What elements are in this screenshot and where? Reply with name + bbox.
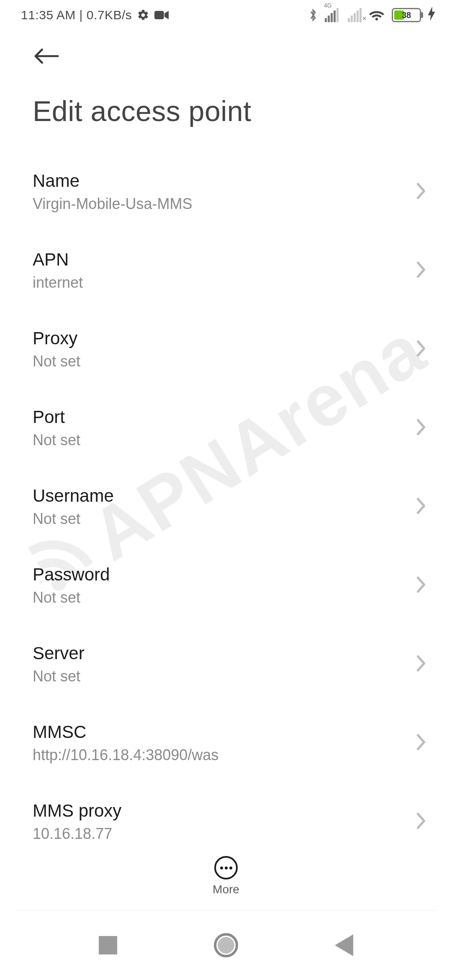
wifi-icon <box>368 8 385 22</box>
content-area: Edit access point APNArena Name Virgin-M… <box>0 30 452 854</box>
row-label: Username <box>33 486 114 506</box>
row-proxy[interactable]: Proxy Not set <box>33 310 431 389</box>
row-value: Virgin-Mobile-Usa-MMS <box>33 195 192 213</box>
chevron-right-icon <box>415 497 427 517</box>
row-label: Server <box>33 643 85 663</box>
row-value: Not set <box>33 589 110 606</box>
nav-back-icon[interactable] <box>335 934 353 956</box>
signal-2-icon: × <box>348 8 362 22</box>
row-password[interactable]: Password Not set <box>33 546 431 625</box>
row-value: http://10.16.18.4:38090/was <box>33 746 218 764</box>
signal-tech-label: 4G <box>324 2 332 9</box>
more-icon <box>214 856 238 879</box>
status-right: 4G × 38 <box>308 7 435 24</box>
chevron-right-icon <box>415 418 427 438</box>
row-value: Not set <box>33 510 114 528</box>
chevron-right-icon <box>415 812 427 832</box>
row-port[interactable]: Port Not set <box>33 389 431 467</box>
nav-home-icon[interactable] <box>214 933 238 957</box>
chevron-right-icon <box>415 733 427 753</box>
page-title: Edit access point <box>0 70 452 140</box>
row-server[interactable]: Server Not set <box>33 625 431 704</box>
bluetooth-icon <box>308 8 318 22</box>
gear-icon <box>137 9 149 21</box>
row-label: MMS proxy <box>33 801 121 821</box>
row-value: Not set <box>33 353 80 370</box>
camera-icon <box>154 10 169 21</box>
chevron-right-icon <box>415 575 427 596</box>
row-label: Password <box>33 565 110 585</box>
row-mmsc[interactable]: MMSC http://10.16.18.4:38090/was <box>33 704 431 782</box>
settings-list: Name Virgin-Mobile-Usa-MMS APN internet … <box>0 140 452 854</box>
row-apn[interactable]: APN internet <box>33 231 431 310</box>
row-label: Name <box>33 171 192 191</box>
row-value: Not set <box>33 431 80 449</box>
status-time: 11:35 AM | 0.7KB/s <box>21 8 132 22</box>
row-value: 10.16.18.77 <box>33 825 121 843</box>
svg-rect-0 <box>154 11 164 19</box>
row-name[interactable]: Name Virgin-Mobile-Usa-MMS <box>33 152 431 231</box>
chevron-right-icon <box>415 339 427 359</box>
row-label: Port <box>33 407 80 427</box>
row-username[interactable]: Username Not set <box>33 467 431 546</box>
chevron-right-icon <box>415 654 427 674</box>
signal-1-icon: 4G <box>325 8 339 22</box>
chevron-right-icon <box>415 260 427 281</box>
row-label: MMSC <box>33 722 218 742</box>
back-icon[interactable] <box>33 47 427 65</box>
row-value: Not set <box>33 668 85 685</box>
nav-recents-icon[interactable] <box>99 936 117 954</box>
battery-icon: 38 <box>392 8 421 22</box>
chevron-right-icon <box>415 182 427 202</box>
row-mms-proxy[interactable]: MMS proxy 10.16.18.77 <box>33 782 431 854</box>
android-nav-bar <box>0 910 452 980</box>
battery-percent: 38 <box>393 10 420 20</box>
row-value: internet <box>33 274 83 291</box>
row-label: Proxy <box>33 328 80 348</box>
more-button[interactable]: More <box>0 856 452 896</box>
row-label: APN <box>33 250 83 270</box>
charging-icon <box>428 7 435 24</box>
more-label: More <box>213 883 239 896</box>
status-bar: 11:35 AM | 0.7KB/s 4G × <box>0 0 452 30</box>
status-left: 11:35 AM | 0.7KB/s <box>21 8 169 22</box>
